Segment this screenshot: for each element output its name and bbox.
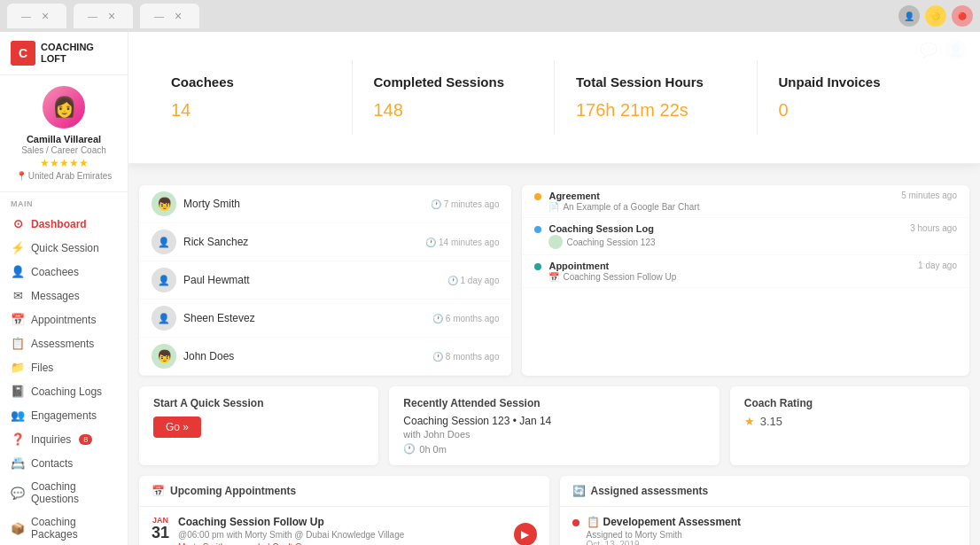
sidebar-section-label: MAIN [0, 192, 128, 212]
browser-avatar-3[interactable]: 🔴 [952, 5, 973, 27]
activity-item-0[interactable]: Agreement 📄 An Example of a Google Bar C… [522, 185, 969, 218]
cal-icon-2: 📅 [548, 272, 559, 282]
assigned-date-0: Oct. 13, 2019 [587, 540, 958, 545]
sidebar-item-label: Contacts [31, 457, 73, 470]
assigned-card: 🔄 Assigned assessments 📋 Developement As… [560, 476, 970, 545]
assigned-icon: 🔄 [572, 485, 586, 497]
lower-row: 📅 Upcoming Appointments JAN 31 Coaching … [139, 476, 969, 545]
stat-value-completed-sessions: 148 [374, 100, 533, 121]
appt-content-0: Coaching Session Follow Up @06:00 pm wit… [178, 516, 504, 545]
coachee-item-4[interactable]: 👦 John Does 🕐 8 months ago [139, 338, 511, 376]
recently-attended-card: Recently Attended Session Coaching Sessi… [389, 386, 719, 465]
activity-content-0: Agreement 📄 An Example of a Google Bar C… [548, 191, 894, 212]
quick-session-icon: ⚡ [11, 241, 25, 254]
upcoming-header: 📅 Upcoming Appointments [139, 476, 549, 507]
sidebar-item-coaching-logs[interactable]: 📓 Coaching Logs [0, 379, 128, 403]
sidebar-item-assessments[interactable]: 📋 Assessments [0, 331, 128, 355]
activity-title-2: Appointment [548, 261, 911, 271]
activity-item-2[interactable]: Appointment 📅 Coaching Session Follow Up… [522, 255, 969, 288]
activity-dot-2 [534, 263, 541, 270]
assigned-item-0[interactable]: 📋 Developement Assessment Assigned to Mo… [560, 507, 970, 545]
sidebar-item-engagements[interactable]: 👥 Engagements [0, 403, 128, 427]
sidebar-item-label: Assessments [31, 338, 94, 350]
coachee-item-1[interactable]: 👤 Rick Sanchez 🕐 14 minutes ago [139, 223, 511, 261]
activity-sub-1: Coaching Session 123 [548, 235, 903, 249]
upcoming-item-0[interactable]: JAN 31 Coaching Session Follow Up @06:00… [139, 507, 549, 545]
browser-avatar-2[interactable]: 🟡 [925, 5, 946, 27]
browser-tab-2[interactable]: — × [74, 4, 133, 28]
coachee-avatar-0: 👦 [152, 191, 176, 216]
coachee-avatar-4: 👦 [152, 344, 176, 369]
sidebar-item-inquiries[interactable]: ❓ Inquiries 8 [0, 427, 128, 451]
go-button[interactable]: Go » [153, 417, 201, 438]
tab-2-close[interactable]: × [105, 9, 119, 23]
stat-label-completed-sessions: Completed Sessions [374, 74, 533, 90]
appt-btn-0[interactable]: ▶ [514, 523, 537, 546]
coachee-item-0[interactable]: 👦 Morty Smith 🕐 7 minutes ago [139, 185, 511, 223]
browser-tab-3[interactable]: — × [140, 4, 199, 28]
stat-card-completed-sessions: Completed Sessions 148 [353, 60, 556, 135]
assigned-dot-0 [572, 519, 579, 526]
sidebar-item-label: Dashboard [31, 218, 87, 230]
inquiries-badge: 8 [79, 434, 92, 445]
browser-tab-1[interactable]: — × [7, 4, 66, 28]
assigned-title-0: 📋 Developement Assessment [587, 516, 958, 528]
stat-label-coachees: Coachees [171, 74, 331, 90]
activity-item-1[interactable]: Coaching Session Log Coaching Session 12… [522, 218, 969, 255]
dashboard: 👦 Morty Smith 🕐 7 minutes ago 👤 Rick San… [128, 175, 980, 545]
sidebar-item-contacts[interactable]: 📇 Contacts [0, 451, 128, 475]
coachees-icon: 👤 [11, 265, 25, 278]
activity-card: Agreement 📄 An Example of a Google Bar C… [522, 185, 969, 376]
coachee-time-0: 🕐 7 minutes ago [431, 199, 500, 209]
coachee-time-1: 🕐 14 minutes ago [425, 237, 499, 247]
sidebar-item-files[interactable]: 📁 Files [0, 355, 128, 379]
sidebar-item-label: Engagements [31, 409, 97, 422]
activity-title-1: Coaching Session Log [548, 223, 903, 234]
top-row: 👦 Morty Smith 🕐 7 minutes ago 👤 Rick San… [139, 185, 969, 376]
sidebar-item-messages[interactable]: ✉ Messages [0, 284, 128, 308]
sidebar-item-label: Inquiries [31, 433, 71, 446]
tab-1-close[interactable]: × [38, 9, 52, 23]
stat-card-coachees: Coachees 14 [150, 60, 353, 135]
coachee-name-0: Morty Smith [183, 198, 424, 210]
files-icon: 📁 [11, 361, 25, 374]
stat-value-coachees: 14 [171, 100, 331, 121]
profile-stars: ★★★★★ [11, 157, 117, 169]
profile-name: Camilla Villareal [11, 134, 117, 144]
browser-avatar-1[interactable]: 👤 [898, 5, 920, 27]
activity-time-0: 5 minutes ago [901, 191, 957, 200]
app-container: C COACHING LOFT 👩 Camilla Villareal Sale… [0, 32, 980, 545]
sidebar-item-appointments[interactable]: 📅 Appointments [0, 308, 128, 331]
sidebar-item-label: Files [31, 362, 53, 374]
sidebar-item-coachees[interactable]: 👤 Coachees [0, 260, 128, 284]
appt-time-0: @06:00 pm with Morty Smith @ Dubai Knowl… [178, 530, 504, 540]
messages-icon: ✉ [11, 289, 25, 302]
assessments-icon: 📋 [11, 337, 25, 350]
coachee-item-2[interactable]: 👤 Paul Hewmatt 🕐 1 day ago [139, 261, 511, 300]
assigned-sub-0: Assigned to Morty Smith [587, 530, 958, 540]
rating-title: Coach Rating [744, 397, 955, 409]
middle-row: Start A Quick Session Go » Recently Atte… [139, 386, 969, 465]
sidebar-item-coaching-questions[interactable]: 💬 Coaching Questions [0, 475, 128, 510]
upcoming-card: 📅 Upcoming Appointments JAN 31 Coaching … [139, 476, 549, 545]
main-content: 💬 👤 Coachees 14 Completed Sessions 148 T… [128, 32, 980, 545]
sidebar-item-coaching-packages[interactable]: 📦 Coaching Packages [0, 510, 128, 545]
sidebar-item-dashboard[interactable]: ⊙ Dashboard [0, 212, 128, 236]
sidebar-item-quick-session[interactable]: ⚡ Quick Session [0, 236, 128, 260]
coachee-name-4: John Does [183, 350, 425, 362]
activity-time-2: 1 day ago [918, 261, 957, 270]
coachee-item-3[interactable]: 👤 Sheen Estevez 🕐 6 months ago [139, 300, 511, 338]
activity-dot-1 [534, 226, 541, 233]
user-mini-1 [548, 235, 563, 249]
logo-text: COACHING LOFT [41, 42, 94, 65]
coachee-avatar-2: 👤 [152, 268, 176, 292]
tab-2-label: — [88, 11, 97, 21]
tab-3-close[interactable]: × [171, 9, 185, 23]
location-icon: 📍 [16, 171, 27, 181]
upcoming-icon: 📅 [152, 485, 165, 497]
sidebar-profile: 👩 Camilla Villareal Sales / Career Coach… [0, 75, 128, 192]
sidebar-item-label: Quick Session [31, 242, 99, 254]
sidebar-item-label: Appointments [31, 314, 96, 326]
coach-rating-card: Coach Rating ★ 3.15 [730, 386, 969, 465]
activity-time-1: 3 hours ago [910, 223, 957, 233]
